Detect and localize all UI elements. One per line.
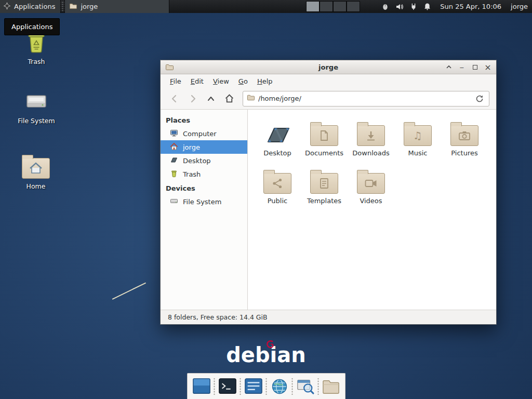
menu-edit[interactable]: Edit [186,76,208,87]
notifications-bell-icon[interactable] [423,2,432,11]
desktop-icon-label: Home [14,182,58,190]
window-content: Places Computer jorge Desktop [161,110,496,310]
applications-menu-button[interactable]: Applications [0,0,61,13]
workspace-pager[interactable] [306,1,360,12]
debian-swirl-icon [265,339,275,350]
file-item-pictures[interactable]: Pictures [441,116,488,164]
minimize-button[interactable]: ‒ [458,63,466,71]
applications-menu-label: Applications [14,3,55,10]
file-item-documents[interactable]: Documents [301,116,348,164]
dock-launcher-app-finder[interactable] [295,376,316,397]
dock-launcher-terminal[interactable] [217,376,238,397]
sidebar-item-label: Trash [183,170,201,178]
dock-launcher-file-manager[interactable] [321,376,342,397]
menu-view[interactable]: View [208,76,234,87]
console-lines-icon [244,377,263,396]
dock-launcher-web-browser[interactable] [269,376,290,397]
file-label: Public [268,197,287,205]
trash-icon [170,169,178,179]
file-grid: Desktop Documents Downloads [248,110,496,310]
file-item-desktop[interactable]: Desktop [254,116,301,164]
sidebar-item-jorge[interactable]: jorge [161,140,247,154]
debian-logo: debian [226,343,306,367]
toolbar [161,88,496,110]
workspace-4[interactable] [347,1,360,12]
wallpaper-streak [112,283,147,300]
input-device-icon[interactable] [381,2,390,11]
dock-launcher-desktop[interactable] [191,376,212,397]
power-plug-icon[interactable] [409,2,418,11]
sidebar-item-computer[interactable]: Computer [161,127,247,140]
sidebar-item-desktop[interactable]: Desktop [161,154,247,167]
window-controls: ‒ × [445,60,491,74]
dock-separator [317,378,320,395]
sidebar-devices-header: Devices [161,181,247,195]
path-folder-icon [247,94,255,103]
desktop-pad-icon [263,116,292,146]
volume-icon[interactable] [395,2,404,11]
clock: Sun 25 Apr, 10:06 [440,3,501,10]
file-label: Pictures [451,149,477,157]
workspace-2[interactable] [320,1,333,12]
desktop-icon-home[interactable]: Home [14,154,58,190]
videos-folder-icon [357,164,385,194]
dock-separator [213,378,216,395]
path-input[interactable] [258,95,474,102]
forward-button[interactable] [185,91,200,106]
file-item-music[interactable]: ♫ Music [394,116,441,164]
file-label: Videos [360,197,382,205]
sidebar-places-header: Places [161,113,247,127]
bottom-dock [187,373,345,399]
shade-button[interactable] [445,63,453,71]
file-label: Music [408,149,428,157]
music-folder-icon: ♫ [404,116,432,146]
templates-folder-icon [310,164,338,194]
file-label: Desktop [263,149,291,157]
menubar: File Edit View Go Help [161,74,496,88]
taskbar-window-label: jorge [81,3,98,10]
applications-tooltip: Applications [4,18,60,35]
hard-drive-icon [170,197,178,207]
status-text: 8 folders, Free space: 14.4 GiB [168,313,268,321]
taskbar-window-button[interactable]: jorge [64,0,169,13]
home-folder-icon [14,154,58,179]
sidebar-item-label: Computer [183,130,217,138]
sidebar-item-file-system[interactable]: File System [161,195,247,208]
reload-button[interactable] [474,93,485,104]
desktop-icon-label: Trash [14,58,59,65]
file-manager-folder-icon [322,378,341,395]
hard-drive-icon [14,88,59,113]
up-button[interactable] [204,91,218,106]
sidebar-item-label: Desktop [183,157,211,165]
file-item-downloads[interactable]: Downloads [348,116,394,164]
window-title: jorge [318,63,338,71]
desktop-icon [170,156,178,166]
workspace-1[interactable] [306,1,320,12]
panel-handle [61,2,64,11]
back-button[interactable] [167,91,182,106]
pictures-folder-icon [450,116,478,146]
dock-launcher-cli[interactable] [243,376,264,397]
music-note-icon: ♫ [413,130,422,141]
desktop-icon-file-system[interactable]: File System [14,88,59,125]
folder-icon [69,2,77,11]
file-item-public[interactable]: Public [254,164,301,211]
sidebar-item-trash[interactable]: Trash [161,167,247,181]
menu-file[interactable]: File [165,76,186,87]
dock-separator [239,378,242,395]
titlebar[interactable]: jorge ‒ × [161,60,496,74]
desktop-icon-label: File System [14,117,59,125]
maximize-button[interactable] [471,63,478,71]
file-item-templates[interactable]: Templates [301,164,348,211]
panel-user-label: jorge [511,3,528,10]
close-button[interactable]: × [484,63,491,71]
path-bar[interactable] [243,91,489,107]
menu-help[interactable]: Help [252,76,277,87]
home-button[interactable] [222,91,236,106]
menu-go[interactable]: Go [234,76,252,87]
workspace-3[interactable] [333,1,347,12]
file-item-videos[interactable]: Videos [348,164,394,211]
sidebar-item-label: jorge [183,143,200,151]
dock-separator [291,378,294,395]
top-panel: Applications jorge Sun 25 Apr, 10:06 jor… [0,0,532,13]
